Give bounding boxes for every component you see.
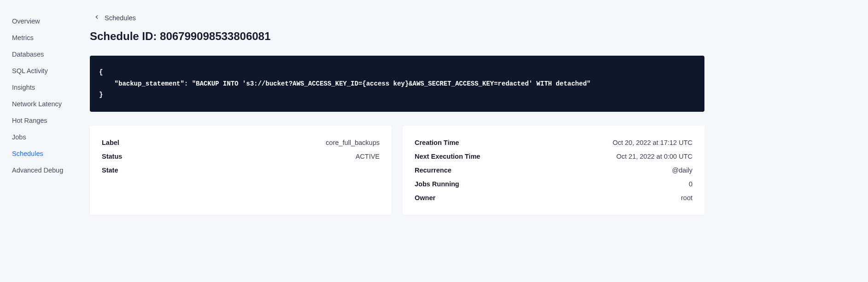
kv-label: Owner [415,194,435,201]
kv-row: State [102,163,380,177]
sidebar-item-schedules[interactable]: Schedules [12,145,90,162]
sidebar-item-sql-activity[interactable]: SQL Activity [12,63,90,79]
sidebar-item-databases[interactable]: Databases [12,46,90,63]
kv-row: Label core_full_backups [102,136,380,150]
kv-row: Jobs Running 0 [415,177,692,191]
sidebar-item-metrics[interactable]: Metrics [12,29,90,46]
kv-row: Status ACTIVE [102,150,380,163]
kv-row: Owner root [415,191,692,205]
sidebar-item-overview[interactable]: Overview [12,13,90,29]
sidebar-item-advanced-debug[interactable]: Advanced Debug [12,162,90,178]
kv-row: Recurrence @daily [415,163,692,177]
kv-label: Creation Time [415,139,459,146]
kv-label: Recurrence [415,167,452,174]
kv-value: root [681,194,692,201]
kv-row: Creation Time Oct 20, 2022 at 17:12 UTC [415,136,692,150]
breadcrumb-label: Schedules [105,14,136,22]
kv-value: Oct 21, 2022 at 0:00 UTC [616,153,692,160]
main-content: Schedules Schedule ID: 80679909853380608… [90,0,716,282]
breadcrumb[interactable]: Schedules [94,14,704,22]
kv-value: Oct 20, 2022 at 17:12 UTC [613,139,692,146]
arrow-left-icon [94,14,100,22]
sidebar-item-network-latency[interactable]: Network Latency [12,96,90,112]
sidebar-item-jobs[interactable]: Jobs [12,129,90,145]
kv-label: Status [102,153,122,160]
kv-value: 0 [689,180,692,188]
sidebar-item-hot-ranges[interactable]: Hot Ranges [12,112,90,129]
card-schedule-info: Label core_full_backups Status ACTIVE St… [90,126,392,215]
cards-row: Label core_full_backups Status ACTIVE St… [90,126,704,215]
kv-value: ACTIVE [356,153,380,160]
kv-label: Label [102,139,119,146]
kv-value: core_full_backups [326,139,380,146]
kv-row: Next Execution Time Oct 21, 2022 at 0:00… [415,150,692,163]
kv-label: Jobs Running [415,180,459,188]
kv-value: @daily [672,167,692,174]
page-title: Schedule ID: 806799098533806081 [90,30,704,43]
kv-label: State [102,167,118,174]
sidebar: Overview Metrics Databases SQL Activity … [0,0,90,282]
kv-label: Next Execution Time [415,153,480,160]
code-block: { "backup_statement": "BACKUP INTO 's3:/… [90,56,704,112]
sidebar-item-insights[interactable]: Insights [12,79,90,96]
card-execution-info: Creation Time Oct 20, 2022 at 17:12 UTC … [403,126,704,215]
